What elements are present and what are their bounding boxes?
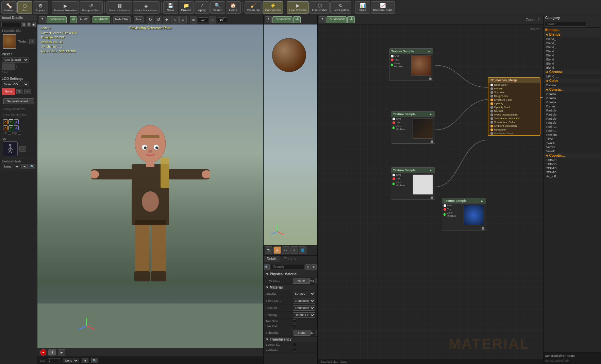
3dto1d-item[interactable]: 3Dto1D [544,170,601,174]
platform-stats-button[interactable]: 📈 Platform Stats [371,1,395,14]
mid-lit-button[interactable]: Lit [293,16,301,23]
1dto2d-item[interactable]: 1Dto2D [544,158,601,162]
params-tab[interactable]: Params [281,256,300,262]
twosi-item[interactable]: TwoSi... [544,141,601,145]
plane-icon[interactable]: ▭ [282,246,289,254]
distan-item[interactable]: Distan... [544,104,601,108]
consta-item-2[interactable]: Consta... [544,96,601,100]
node-expand-icon-3[interactable]: ▲ [429,168,433,172]
mat-perspective-button[interactable]: Perspective [327,16,347,23]
light-icon[interactable]: ✦ [290,246,298,254]
left-viewport-content[interactable]: LOD: 0 Current Screen Size:3.408 Triangl… [37,24,263,348]
phys-nav-icon[interactable]: ↔ [315,278,317,283]
apply-button[interactable]: ✓ Apply [195,1,210,14]
scale-button[interactable]: x1.0 [134,16,144,23]
perspective-button[interactable]: Perspective [47,16,67,23]
details-search-input[interactable] [271,264,305,270]
grid-value-input[interactable]: 10 [198,17,208,22]
mid-perspective-button[interactable]: Perspective [272,16,293,23]
perlin-item-2[interactable]: PerlIn... [544,129,601,133]
consta-item-3[interactable]: Consta... [544,100,601,104]
grid-icon[interactable]: ⊞ [190,16,197,23]
asset-search-input[interactable] [1,22,22,27]
angle-icon[interactable]: △ [209,16,216,23]
lod-nav-next[interactable]: ↔ [24,89,31,94]
consta-item-1[interactable]: Consta... [544,92,601,96]
expand-physics-icon[interactable]: ↔ [19,146,26,152]
node-expand-icon-1[interactable]: ▲ [428,49,431,53]
node-expand-icon-2[interactable]: ▲ [429,112,433,116]
blend-item-3[interactable]: Blend_ [544,45,601,49]
lod-nav-prev[interactable]: N↕ [16,89,23,94]
camera-icon[interactable]: 📷 [265,246,272,254]
texture-sample-node-1[interactable]: Texture Sample ▲ UVs Tex View MipBias [389,48,433,81]
rotate-cw-icon[interactable]: ↻ [147,16,154,23]
lod-auto-button[interactable]: LOD Auto [113,16,131,23]
actorp-item[interactable]: Actor P... [544,174,601,178]
rotate-ccw-icon[interactable]: ↺ [155,16,162,23]
2dto1d-item[interactable]: 2Dto1D [544,166,601,170]
generate-asset-button[interactable]: Generate Asset... [3,98,34,104]
details-grid-icon[interactable]: ⊞ [305,264,311,270]
mat-menu-button[interactable]: ▼ [319,16,326,23]
home-button[interactable]: 🏠 Home [226,1,241,14]
stop-button[interactable]: ■ [40,349,46,356]
material-type-select[interactable]: Surface [293,291,315,296]
details-search-icon[interactable]: 🔍 [264,264,270,270]
live-update-button[interactable]: ↻ Live Update [330,1,351,14]
details-eye-icon[interactable]: 👁 [311,264,316,270]
lod-value-input[interactable] [48,358,60,363]
character-button[interactable]: Character [93,16,110,23]
play-button[interactable]: ▶ [58,349,65,356]
section-selection-button[interactable]: ▦ Section Selection [106,1,132,14]
node-canvas[interactable]: Texture Sample ▲ UVs Tex View MipBias [318,24,544,359]
merge-node[interactable]: 12_meshes_Merge Base Color Metallic Spec… [488,77,540,136]
env-icon[interactable]: 🌐 [299,246,306,254]
browse-button[interactable]: 📁 Browse [179,1,194,14]
particle-item-2[interactable]: Particle [544,112,601,117]
use-mat-checkbox[interactable] [293,325,296,328]
skeleton-thumbnail[interactable] [3,141,18,156]
two-sided-checkbox[interactable] [293,319,296,323]
filter-icon[interactable]: ◉ [32,22,36,27]
preview-anim-button[interactable]: ▶ Preview Animation [52,1,79,14]
vertex-item[interactable]: Vertex... [544,145,601,149]
blend-item-7[interactable]: Blend_ [544,62,601,66]
world-icon[interactable]: ⊞ [179,16,187,23]
screen-s-checkbox[interactable] [293,343,296,346]
shading-select[interactable]: Default Lit [293,312,315,318]
phys-none-button[interactable]: None [293,278,310,284]
reimport-mesh-button[interactable]: ↺ Reimport Mesh [80,1,103,14]
blend-item-2[interactable]: Blend_ [544,41,601,45]
stats-button[interactable]: 📊 Stats [355,1,370,14]
mid-viewport-content[interactable]: X Y Z [264,24,317,245]
decal-blend-select[interactable]: Translucent [293,305,315,311]
contact-checkbox[interactable] [293,348,296,351]
1dto3d-item[interactable]: 1Dto3D [544,162,601,166]
texture-sample-node-4[interactable]: Texture Sample ▲ UVs Tex View MipBias [442,198,486,230]
translucency-section[interactable]: ▼ Translucency [264,337,317,342]
viewp-item[interactable]: ViewP... [544,149,601,153]
none-swatch[interactable]: None [2,88,15,95]
full-checkbox[interactable] [8,131,11,135]
physics-mode-button[interactable]: ⚙ Physics [33,1,48,14]
physical-material-section[interactable]: ▼ Physical Material [264,272,317,277]
show-button[interactable]: Show [78,16,89,23]
search-button[interactable]: 🔍 Search [210,1,225,14]
particle-item-3[interactable]: Particle [544,117,601,121]
list-view-icon[interactable]: ☰ [22,22,27,27]
subsurface-none-button[interactable]: None [294,330,311,336]
particle-item-1[interactable]: Particle [544,108,601,112]
connectors-button[interactable]: ⚡ Connectors [263,1,283,14]
texture-sample-node-3[interactable]: Texture Sample ▲ UVs Tex View MipBias [391,167,435,200]
live-preview-button[interactable]: ▶ Live Preview [287,1,309,14]
perlin-item-1[interactable]: PerlIn... [544,125,601,129]
high-checkbox[interactable] [18,131,21,135]
blend-item-1[interactable]: Blend_ [544,37,601,41]
details-tab[interactable]: Details [264,256,281,262]
mat-lit-button[interactable]: Lit [347,16,355,23]
precom-item[interactable]: Precom... [544,133,601,137]
grid-view-icon[interactable]: ⊞ [27,22,31,27]
particle-item-4[interactable]: Particle [544,121,601,125]
pause-button[interactable]: ⏸ [48,349,56,356]
